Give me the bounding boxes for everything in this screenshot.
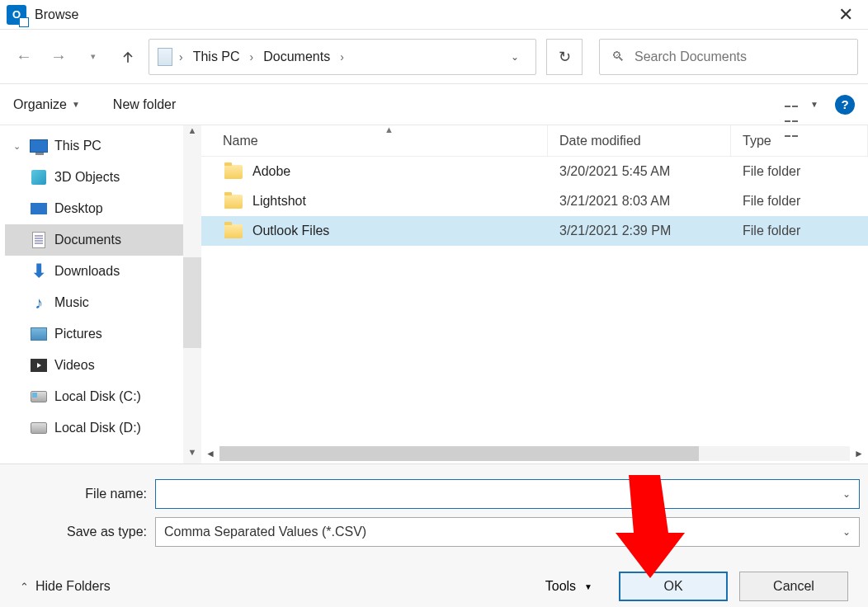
scroll-thumb[interactable]: [183, 257, 201, 348]
tree-scrollbar[interactable]: ▲ ▼: [183, 125, 201, 463]
file-type: File folder: [731, 194, 800, 209]
tree-local-disk-d[interactable]: Local Disk (D:): [5, 412, 201, 444]
tree-3d-objects[interactable]: 3D Objects: [5, 162, 201, 193]
tree-label: Music: [54, 295, 89, 310]
command-bar: Organize ▼ New folder ▼ ?: [0, 84, 868, 125]
file-row[interactable]: Adobe 3/20/2021 5:45 AM File folder: [201, 157, 868, 186]
breadcrumb-root[interactable]: This PC: [190, 48, 243, 66]
tree-desktop[interactable]: Desktop: [5, 193, 201, 224]
file-date: 3/20/2021 5:45 AM: [548, 164, 731, 179]
tools-button[interactable]: Tools ▼: [545, 579, 592, 594]
tools-label: Tools: [545, 579, 576, 594]
breadcrumb-dropdown-icon[interactable]: ⌄: [502, 51, 527, 63]
file-row[interactable]: Lightshot 3/21/2021 8:03 AM File folder: [201, 186, 868, 216]
back-button[interactable]: ←: [10, 43, 38, 71]
window-title: Browse: [35, 7, 78, 22]
ok-button[interactable]: OK: [619, 572, 728, 601]
scroll-down-icon[interactable]: ▼: [183, 447, 201, 463]
folder-icon: [224, 195, 243, 209]
search-box[interactable]: 🔍︎: [599, 39, 858, 75]
file-header: Name Date modified Type: [201, 125, 868, 157]
tree-downloads[interactable]: ⬇ Downloads: [5, 256, 201, 287]
chevron-down-icon[interactable]: ⌄: [842, 526, 851, 538]
tree-label: 3D Objects: [54, 170, 120, 185]
chevron-down-icon: ⌄: [13, 141, 23, 152]
tree-label: This PC: [54, 139, 101, 153]
nav-tree: ⌄ This PC 3D Objects Desktop Documents ⬇…: [0, 125, 201, 463]
forward-button[interactable]: →: [45, 43, 73, 71]
chevron-right-icon: ›: [340, 50, 344, 64]
saveas-row: Save as type: Comma Separated Values (*.…: [8, 517, 860, 547]
desktop-icon: [31, 203, 47, 214]
cancel-button[interactable]: Cancel: [739, 572, 848, 601]
search-input[interactable]: [634, 49, 846, 64]
body: ▲ ⌄ This PC 3D Objects Desktop Documents…: [0, 125, 868, 463]
tree-this-pc[interactable]: ⌄ This PC: [5, 130, 201, 162]
filename-row: File name: ⌄: [8, 479, 860, 509]
file-row[interactable]: Outlook Files 3/21/2021 2:39 PM File fol…: [201, 216, 868, 246]
tree-documents[interactable]: Documents: [5, 224, 201, 256]
file-name: Lightshot: [252, 194, 306, 209]
file-type: File folder: [731, 164, 800, 179]
folder-icon: [224, 165, 243, 179]
tree-label: Pictures: [54, 327, 102, 341]
saveas-select[interactable]: Comma Separated Values (*.CSV) ⌄: [155, 517, 860, 547]
saveas-label: Save as type:: [8, 525, 155, 539]
file-name: Outlook Files: [252, 224, 329, 238]
organize-button[interactable]: Organize ▼: [13, 97, 80, 112]
breadcrumb[interactable]: › This PC › Documents › ⌄: [149, 39, 536, 75]
filename-input[interactable]: ⌄: [155, 479, 860, 509]
hide-folders-label: Hide Folders: [35, 579, 111, 594]
close-icon[interactable]: ✕: [830, 4, 861, 26]
outlook-icon: O: [7, 5, 26, 25]
file-list: Name Date modified Type Adobe 3/20/2021 …: [201, 125, 868, 463]
file-type: File folder: [731, 224, 800, 238]
tree-label: Local Disk (C:): [54, 389, 141, 404]
scroll-thumb[interactable]: [219, 446, 699, 461]
breadcrumb-current[interactable]: Documents: [260, 48, 333, 66]
tree-local-disk-c[interactable]: Local Disk (C:): [5, 381, 201, 412]
up-button[interactable]: [114, 43, 142, 71]
scroll-up-icon[interactable]: ▲: [183, 125, 201, 142]
hide-folders-button[interactable]: ⌃ Hide Folders: [20, 579, 111, 594]
help-button[interactable]: ?: [835, 95, 855, 115]
tree-label: Local Disk (D:): [54, 421, 141, 435]
column-name[interactable]: Name: [201, 125, 548, 156]
collapse-icon[interactable]: ▲: [384, 125, 394, 134]
new-folder-button[interactable]: New folder: [113, 97, 176, 112]
column-type[interactable]: Type: [731, 125, 868, 156]
file-date: 3/21/2021 2:39 PM: [548, 224, 731, 238]
tree-label: Desktop: [54, 201, 103, 216]
videos-icon: [31, 359, 47, 372]
column-date[interactable]: Date modified: [548, 125, 731, 156]
search-icon: 🔍︎: [611, 49, 625, 64]
save-form: File name: ⌄ Save as type: Comma Separat…: [0, 463, 868, 607]
3d-objects-icon: [31, 170, 46, 185]
horizontal-scrollbar[interactable]: ◄ ►: [201, 444, 868, 463]
folder-icon: [224, 224, 243, 238]
tree-videos[interactable]: Videos: [5, 350, 201, 381]
downloads-icon: ⬇: [31, 261, 46, 282]
filename-label: File name:: [8, 487, 155, 501]
tree-pictures[interactable]: Pictures: [5, 318, 201, 350]
file-date: 3/21/2021 8:03 AM: [548, 194, 731, 209]
chevron-right-icon: ›: [179, 50, 183, 64]
file-name: Adobe: [252, 164, 290, 179]
chevron-down-icon: ▼: [810, 100, 818, 109]
chevron-down-icon: ▼: [72, 100, 80, 109]
view-options-button[interactable]: ▼: [784, 96, 818, 113]
tree-music[interactable]: ♪ Music: [5, 287, 201, 318]
this-pc-icon: [30, 139, 48, 153]
scroll-right-icon[interactable]: ►: [850, 448, 868, 459]
refresh-button[interactable]: ↻: [546, 39, 583, 75]
view-icon: [784, 96, 805, 113]
chevron-down-icon: ▼: [584, 582, 592, 591]
chevron-up-icon: ⌃: [20, 581, 29, 593]
pictures-icon: [31, 327, 47, 341]
tree-label: Videos: [54, 358, 95, 373]
music-icon: ♪: [35, 294, 43, 313]
chevron-down-icon[interactable]: ⌄: [842, 488, 851, 500]
organize-label: Organize: [13, 97, 67, 112]
recent-dropdown-icon[interactable]: ▾: [79, 43, 107, 71]
scroll-left-icon[interactable]: ◄: [201, 448, 219, 459]
